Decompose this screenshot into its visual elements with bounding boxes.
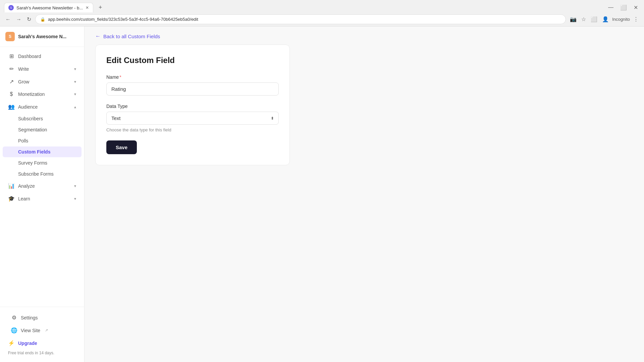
analyze-icon: 📊 — [8, 183, 15, 189]
browser-chrome: S Sarah's Awesome Newsletter - b... ✕ + … — [0, 0, 644, 26]
sidebar-item-segmentation[interactable]: Segmentation — [3, 124, 82, 135]
toolbar-icons: 📷 ☆ ⬜ 👤 Incognito ⋮ — [569, 15, 640, 24]
name-input[interactable] — [106, 82, 279, 96]
sidebar-item-subscribers[interactable]: Subscribers — [3, 113, 82, 124]
tab-favicon: S — [8, 5, 14, 10]
bookmark-icon[interactable]: ☆ — [580, 15, 587, 24]
sidebar-item-custom-fields[interactable]: Custom Fields — [3, 146, 82, 157]
form-title: Edit Custom Field — [106, 56, 279, 65]
profile-icon[interactable]: 👤 — [601, 15, 610, 24]
sidebar-item-label: Grow — [18, 79, 29, 84]
settings-label: Settings — [21, 315, 38, 320]
close-icon[interactable]: ✕ — [632, 4, 640, 11]
address-bar[interactable]: 🔒 app.beehiiv.com/custom_fields/323c53e5… — [35, 14, 566, 24]
back-link-label: Back to all Custom Fields — [103, 34, 160, 39]
data-type-label: Data Type — [106, 104, 279, 109]
learn-icon: 🎓 — [8, 195, 15, 202]
chevron-down-icon: ▾ — [74, 184, 76, 188]
sidebar-item-label: Monetization — [18, 92, 45, 97]
lightning-icon: ⚡ — [8, 340, 15, 346]
trial-text: Free trial ends in 14 days. — [3, 349, 82, 358]
data-type-hint: Choose the data type for this field — [106, 127, 279, 132]
menu-icon[interactable]: ⋮ — [632, 15, 640, 24]
sidebar-item-settings[interactable]: ⚙ Settings — [5, 311, 79, 324]
brand-avatar: S — [5, 32, 15, 41]
sidebar-item-view-site[interactable]: 🌐 View Site ↗ — [5, 324, 79, 337]
dashboard-icon: ⊞ — [8, 53, 15, 59]
sidebar-bottom: ⚙ Settings 🌐 View Site ↗ ⚡ Upgrade Free … — [0, 307, 84, 362]
chevron-up-icon: ▴ — [74, 105, 76, 109]
browser-titlebar: S Sarah's Awesome Newsletter - b... ✕ + … — [0, 0, 644, 12]
sidebar-item-monetization[interactable]: $ Monetization ▾ — [3, 88, 82, 100]
sidebar-item-analyze[interactable]: 📊 Analyze ▾ — [3, 180, 82, 192]
brand-name: Sarah's Awesome N... — [18, 34, 66, 39]
sidebar-item-grow[interactable]: ↗ Grow ▾ — [3, 75, 82, 88]
sidebar-brand: S Sarah's Awesome N... — [0, 26, 84, 47]
upgrade-label: Upgrade — [18, 341, 37, 346]
data-type-field-group: Data Type Text Number Boolean Date ⬍ Cho… — [106, 104, 279, 132]
sidebar-item-polls[interactable]: Polls — [3, 135, 82, 146]
required-indicator: * — [119, 74, 121, 80]
chevron-down-icon: ▾ — [74, 79, 76, 84]
sidebar-item-audience[interactable]: 👥 Audience ▴ — [3, 101, 82, 113]
sidebar-item-label: Write — [18, 66, 29, 72]
name-field-group: Name* — [106, 74, 279, 96]
globe-icon: 🌐 — [11, 327, 17, 334]
external-link-icon: ↗ — [45, 328, 48, 333]
new-tab-button[interactable]: + — [96, 3, 105, 12]
app-layout: S Sarah's Awesome N... ⊞ Dashboard ✏ Wri… — [0, 26, 644, 362]
settings-icon: ⚙ — [11, 314, 17, 321]
back-arrow-icon: ← — [95, 33, 101, 39]
save-button[interactable]: Save — [106, 140, 137, 154]
grow-icon: ↗ — [8, 78, 15, 85]
window-controls: — ⬜ ✕ — [606, 4, 640, 11]
monetization-icon: $ — [8, 91, 15, 97]
url-text: app.beehiiv.com/custom_fields/323c53e5-5… — [48, 17, 198, 22]
sidebar-item-label: Learn — [18, 196, 30, 201]
audience-subnav: Subscribers Segmentation Polls Custom Fi… — [0, 113, 84, 179]
minimize-icon[interactable]: — — [606, 4, 615, 11]
sidebar-item-label: Audience — [18, 104, 38, 110]
lock-icon: 🔒 — [40, 17, 45, 22]
sidebar-item-survey-forms[interactable]: Survey Forms — [3, 158, 82, 168]
main-content: ← Back to all Custom Fields Edit Custom … — [85, 26, 644, 362]
chevron-down-icon: ▾ — [74, 67, 76, 71]
chevron-down-icon: ▾ — [74, 196, 76, 201]
chevron-down-icon: ▾ — [74, 92, 76, 97]
polls-label: Polls — [18, 138, 28, 143]
write-icon: ✏ — [8, 66, 15, 72]
subscribe-forms-label: Subscribe Forms — [18, 171, 54, 177]
extension-icon[interactable]: ⬜ — [589, 15, 599, 24]
browser-tab[interactable]: S Sarah's Awesome Newsletter - b... ✕ — [4, 3, 93, 12]
sidebar-item-write[interactable]: ✏ Write ▾ — [3, 63, 82, 75]
tab-title: Sarah's Awesome Newsletter - b... — [16, 5, 83, 10]
sidebar-item-label: Dashboard — [18, 54, 41, 59]
name-label: Name* — [106, 74, 279, 80]
back-button[interactable]: ← — [4, 15, 12, 24]
cast-icon[interactable]: 📷 — [569, 15, 578, 24]
edit-custom-field-card: Edit Custom Field Name* Data Type Text N… — [95, 45, 290, 165]
sidebar-item-learn[interactable]: 🎓 Learn ▾ — [3, 192, 82, 205]
sidebar-item-subscribe-forms[interactable]: Subscribe Forms — [3, 169, 82, 179]
back-to-custom-fields-link[interactable]: ← Back to all Custom Fields — [85, 26, 644, 45]
data-type-select[interactable]: Text Number Boolean Date — [106, 112, 279, 125]
segmentation-label: Segmentation — [18, 127, 47, 132]
sidebar-item-label: Analyze — [18, 183, 35, 189]
data-type-select-wrapper: Text Number Boolean Date ⬍ — [106, 112, 279, 125]
close-tab-button[interactable]: ✕ — [86, 5, 89, 10]
survey-forms-label: Survey Forms — [18, 160, 47, 166]
view-site-label: View Site — [21, 328, 40, 333]
incognito-label: Incognito — [612, 17, 630, 22]
sidebar-item-dashboard[interactable]: ⊞ Dashboard — [3, 50, 82, 62]
forward-button[interactable]: → — [15, 15, 23, 24]
sidebar: S Sarah's Awesome N... ⊞ Dashboard ✏ Wri… — [0, 26, 85, 362]
upgrade-button[interactable]: ⚡ Upgrade — [3, 337, 82, 349]
main-nav: ⊞ Dashboard ✏ Write ▾ ↗ Grow ▾ $ Monetiz… — [0, 47, 84, 208]
reload-button[interactable]: ↻ — [25, 15, 33, 24]
audience-icon: 👥 — [8, 104, 15, 110]
browser-toolbar: ← → ↻ 🔒 app.beehiiv.com/custom_fields/32… — [0, 12, 644, 26]
maximize-icon[interactable]: ⬜ — [618, 4, 629, 11]
subscribers-label: Subscribers — [18, 116, 43, 121]
custom-fields-label: Custom Fields — [18, 149, 50, 155]
